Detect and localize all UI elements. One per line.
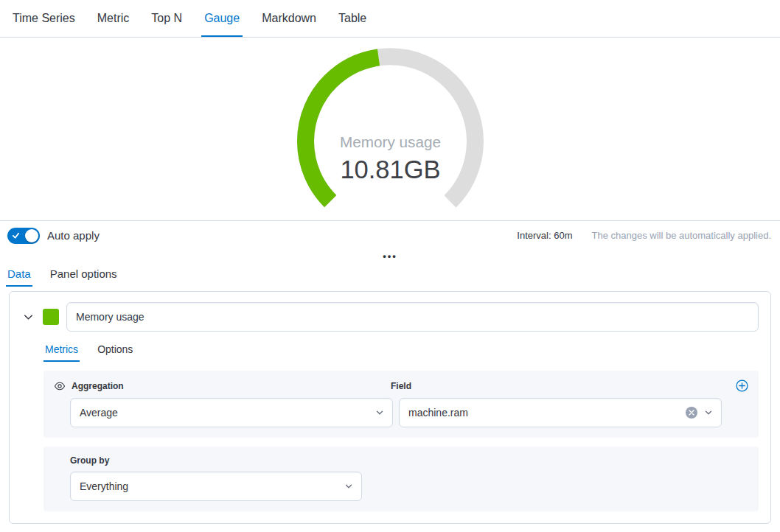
eye-icon: [54, 380, 66, 392]
gauge-value: 10.81GB: [340, 155, 440, 183]
auto-apply-toolbar: Auto apply Interval: 60m The changes wil…: [0, 220, 780, 250]
tab-data[interactable]: Data: [6, 267, 32, 287]
aggregation-select[interactable]: Average: [70, 398, 393, 427]
toolbar-right-group: Interval: 60m The changes will be automa…: [517, 230, 773, 241]
series-label-input[interactable]: [66, 302, 759, 332]
panel-resize-handle[interactable]: •••: [378, 253, 402, 260]
switch-knob: [25, 229, 38, 242]
tab-options[interactable]: Options: [96, 343, 134, 362]
check-icon: [12, 231, 20, 239]
tab-table[interactable]: Table: [335, 0, 369, 37]
editor-tabs: Data Panel options: [0, 263, 780, 287]
series-collapse-button[interactable]: [21, 310, 35, 324]
tab-metric[interactable]: Metric: [94, 0, 133, 37]
field-label: Field: [391, 381, 411, 391]
add-metric-button[interactable]: [728, 379, 748, 392]
group-by-section: Group by Everything: [43, 447, 759, 511]
visualization-type-tabs: Time Series Metric Top N Gauge Markdown …: [0, 0, 780, 38]
metric-control-row: Average machine.ram: [54, 398, 748, 427]
field-combobox[interactable]: machine.ram: [399, 398, 722, 427]
series-tabs: Metrics Options: [43, 343, 759, 362]
tab-metrics[interactable]: Metrics: [43, 343, 80, 362]
series-header: [21, 302, 759, 332]
auto-apply-label: Auto apply: [47, 229, 100, 242]
clear-field-button[interactable]: [686, 407, 697, 419]
auto-apply-hint: The changes will be automatically applie…: [591, 230, 771, 241]
series-panel: Metrics Options Aggregation Field: [9, 291, 771, 524]
chevron-down-icon: [344, 481, 354, 491]
group-by-label: Group by: [70, 455, 748, 466]
resize-handle-row: •••: [0, 250, 780, 263]
gauge-chart: Memory usage 10.81GB: [293, 46, 488, 216]
chevron-down-icon: [23, 312, 34, 323]
chevron-down-icon: [703, 407, 714, 418]
aggregation-label: Aggregation: [72, 381, 124, 391]
group-by-select[interactable]: Everything: [70, 472, 362, 501]
metric-section: Aggregation Field Av: [43, 371, 759, 438]
field-header: Field: [391, 381, 722, 391]
chevron-down-icon: [375, 407, 385, 418]
group-by-value: Everything: [80, 480, 128, 492]
cross-in-circle-icon: [686, 407, 697, 419]
tab-top-n[interactable]: Top N: [148, 0, 185, 37]
plus-in-circle-icon: [736, 379, 748, 392]
metric-header-row: Aggregation Field: [54, 379, 748, 392]
gauge-visualization: Memory usage 10.81GB: [0, 38, 780, 220]
auto-apply-toggle[interactable]: [7, 228, 40, 244]
tab-panel-options[interactable]: Panel options: [49, 267, 119, 287]
aggregation-header: Aggregation: [54, 380, 385, 392]
series-body: Metrics Options Aggregation Field: [43, 343, 759, 511]
tab-gauge[interactable]: Gauge: [201, 0, 243, 37]
series-color-swatch[interactable]: [43, 309, 59, 325]
field-combobox-icons: [686, 407, 714, 419]
field-value: machine.ram: [408, 407, 468, 419]
tab-markdown[interactable]: Markdown: [259, 0, 319, 37]
tab-time-series[interactable]: Time Series: [10, 0, 78, 37]
interval-text: Interval: 60m: [517, 230, 572, 241]
aggregation-value: Average: [80, 407, 118, 419]
gauge-title: Memory usage: [340, 133, 441, 150]
tsvb-editor-root: Time Series Metric Top N Gauge Markdown …: [0, 0, 780, 532]
